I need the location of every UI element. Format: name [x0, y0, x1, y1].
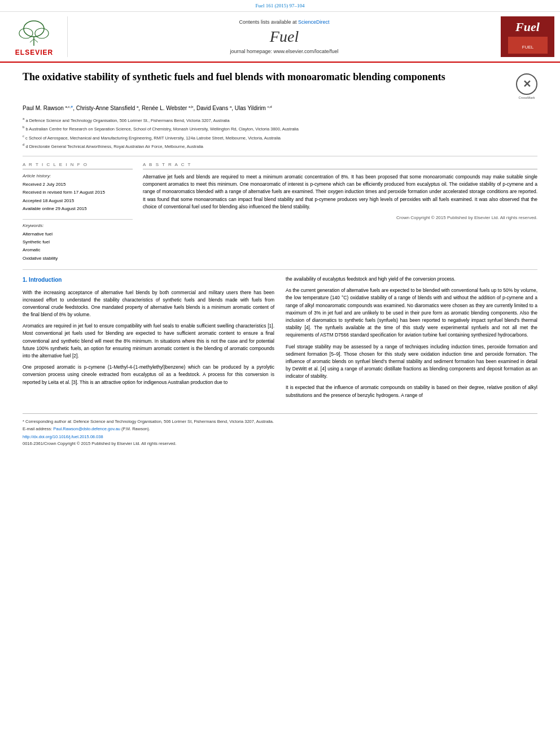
right-para-1: the availability of eucalyptus feedstock… [286, 276, 537, 283]
body-content: 1. Introduction With the increasing acce… [23, 276, 537, 403]
svg-text:FUEL: FUEL [522, 45, 533, 50]
elsevier-brand: ELSEVIER [15, 49, 53, 56]
left-para-3: One proposed aromatic is p-cymene (1-Met… [23, 364, 274, 386]
sciencedirect-link[interactable]: ScienceDirect [298, 19, 330, 25]
dates-list: Received 2 July 2015 Received in revised… [23, 181, 133, 213]
email-line: E-mail address: Paul.Rawson@dsto.defence… [23, 426, 537, 431]
journal-name: Fuel [76, 28, 492, 46]
date-revised: Received in revised form 17 August 2015 [23, 189, 133, 196]
copyright-notice: Crown Copyright © 2015 Published by Else… [143, 215, 537, 220]
doi-line: http://dx.doi.org/10.1016/j.fuel.2015.08… [23, 434, 537, 439]
affiliation-c: c c School of Aerospace, Mechanical and … [23, 133, 537, 142]
journal-ref: Fuel 161 (2015) 97–104 [255, 3, 304, 8]
keyword-2: Synthetic fuel [23, 238, 133, 246]
keywords-list: Alternative fuel Synthetic fuel Aromatic… [23, 230, 133, 263]
keyword-3: Aromatic [23, 246, 133, 254]
body-left-col: 1. Introduction With the increasing acce… [23, 276, 274, 403]
svg-line-4 [30, 39, 34, 42]
right-para-2: As the current generation of alternative… [286, 287, 537, 339]
footer: * Corresponding author at: Defence Scien… [23, 413, 537, 446]
body-columns: 1. Introduction With the increasing acce… [23, 276, 537, 403]
authors: Paul M. Rawson a,c,*, Christy-Anne Stans… [23, 104, 537, 113]
sciencedirect-text: Contents lists available at ScienceDirec… [76, 19, 492, 25]
article-info-heading: A R T I C L E I N F O [23, 162, 133, 169]
affiliation-b: b b Australian Centre for Research on Se… [23, 124, 537, 133]
crossmark-badge: ✕ CrossMark [516, 73, 537, 99]
abstract-heading: A B S T R A C T [143, 162, 537, 169]
two-column-info: A R T I C L E I N F O Article history: R… [23, 162, 537, 270]
abstract-text: Alternative jet fuels and blends are req… [143, 173, 537, 211]
email-label: E-mail address: [23, 426, 52, 431]
right-para-3: Fuel storage stability may be assessed b… [286, 343, 537, 381]
affiliation-d: d d Directorate General Technical Airwor… [23, 142, 537, 150]
email-suffix: (P.M. Rawson). [121, 426, 150, 431]
right-para-4: It is expected that the influence of aro… [286, 384, 537, 399]
keyword-4: Oxidative stability [23, 255, 133, 263]
corresponding-note: * Corresponding author at: Defence Scien… [23, 418, 537, 425]
date-accepted: Accepted 18 August 2015 [23, 197, 133, 205]
keywords-label: Keywords: [23, 223, 133, 228]
email-link[interactable]: Paul.Rawson@dsto.defence.gov.au [53, 426, 120, 431]
left-para-2: Aromatics are required in jet fuel to en… [23, 322, 274, 360]
fuel-logo-box: Fuel FUEL [501, 16, 554, 57]
article-info-panel: A R T I C L E I N F O Article history: R… [23, 162, 133, 263]
body-right-col: the availability of eucalyptus feedstock… [286, 276, 537, 403]
svg-point-0 [24, 21, 44, 37]
elsevier-tree-icon [16, 18, 53, 47]
keyword-1: Alternative fuel [23, 230, 133, 238]
article-header: The oxidative stability of synthetic fue… [23, 71, 537, 156]
main-content: The oxidative stability of synthetic fue… [0, 63, 560, 452]
left-para-1: With the increasing acceptance of altern… [23, 289, 274, 319]
article-title: The oxidative stability of synthetic fue… [23, 71, 445, 84]
affiliations: a a Defence Science and Technology Organ… [23, 116, 537, 150]
date-online: Available online 29 August 2015 [23, 205, 133, 213]
abstract-panel: A B S T R A C T Alternative jet fuels an… [143, 162, 537, 263]
history-label: Article history: [23, 173, 133, 178]
section1-title: 1. Introduction [23, 276, 274, 285]
doi-link[interactable]: http://dx.doi.org/10.1016/j.fuel.2015.08… [23, 434, 103, 439]
affiliation-a: a a Defence Science and Technology Organ… [23, 116, 537, 124]
top-bar: Fuel 161 (2015) 97–104 [0, 0, 560, 12]
header: ELSEVIER Contents lists available at Sci… [0, 12, 560, 63]
elsevier-logo: ELSEVIER [6, 16, 68, 57]
svg-line-5 [34, 39, 38, 42]
header-middle: Contents lists available at ScienceDirec… [68, 16, 501, 57]
journal-homepage: journal homepage: www.elsevier.com/locat… [76, 49, 492, 54]
issn-line: 0016-2361/Crown Copyright © 2015 Publish… [23, 441, 537, 446]
date-received: Received 2 July 2015 [23, 181, 133, 189]
